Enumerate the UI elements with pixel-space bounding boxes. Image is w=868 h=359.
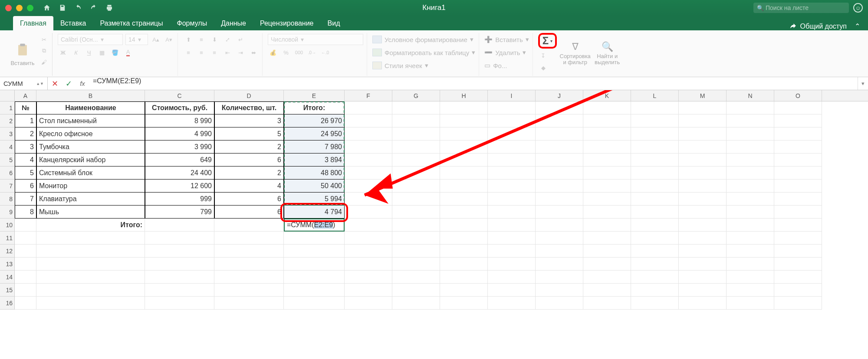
column-header[interactable]: H bbox=[440, 90, 488, 101]
cell[interactable] bbox=[214, 284, 284, 297]
increase-font-icon[interactable]: A▴ bbox=[151, 34, 161, 45]
cell[interactable]: 3 894 bbox=[284, 153, 345, 166]
cell[interactable]: Монитор bbox=[36, 180, 145, 193]
delete-cells-button[interactable]: ➖Удалить▾ bbox=[484, 46, 529, 59]
currency-icon[interactable]: 💰 bbox=[268, 47, 278, 58]
paste-button[interactable]: Вставить bbox=[9, 33, 36, 74]
cell[interactable] bbox=[392, 193, 440, 206]
cell[interactable] bbox=[631, 180, 679, 193]
insert-cells-button[interactable]: ➕Вставить▾ bbox=[484, 33, 529, 46]
cell[interactable] bbox=[631, 166, 679, 180]
row-header[interactable]: 14 bbox=[0, 271, 14, 284]
column-header[interactable]: E bbox=[284, 90, 345, 101]
cell[interactable] bbox=[145, 271, 214, 284]
increase-decimal-icon[interactable]: .0→ bbox=[307, 47, 317, 58]
cell[interactable] bbox=[631, 206, 679, 219]
format-cells-button[interactable]: ▭Фо... bbox=[484, 59, 529, 72]
cell[interactable] bbox=[774, 258, 822, 271]
cell[interactable] bbox=[488, 114, 536, 127]
cell[interactable] bbox=[392, 245, 440, 258]
row-header[interactable]: 16 bbox=[0, 297, 14, 310]
row-header[interactable]: 10 bbox=[0, 219, 14, 232]
autosum-button[interactable]: Σ ▾ bbox=[538, 33, 557, 49]
cell[interactable] bbox=[36, 232, 145, 245]
cell[interactable] bbox=[679, 101, 727, 114]
cell[interactable] bbox=[345, 284, 392, 297]
cell[interactable] bbox=[631, 101, 679, 114]
cell[interactable] bbox=[774, 232, 822, 245]
row-header[interactable]: 12 bbox=[0, 245, 14, 258]
row-header[interactable]: 6 bbox=[0, 166, 14, 180]
cell[interactable]: 26 970 bbox=[284, 114, 345, 127]
cell[interactable] bbox=[345, 206, 392, 219]
cell[interactable] bbox=[488, 245, 536, 258]
cell[interactable] bbox=[488, 153, 536, 166]
cell[interactable] bbox=[774, 166, 822, 180]
cell[interactable] bbox=[440, 219, 488, 232]
decrease-font-icon[interactable]: A▾ bbox=[164, 34, 174, 45]
font-color-icon[interactable]: A bbox=[123, 47, 133, 58]
cell[interactable] bbox=[345, 166, 392, 180]
cell[interactable]: =СУММ(E2:E9) bbox=[284, 219, 345, 232]
cell[interactable] bbox=[774, 271, 822, 284]
row-header[interactable]: 15 bbox=[0, 284, 14, 297]
row-header[interactable]: 9 bbox=[0, 206, 14, 219]
cell[interactable]: Количество, шт. bbox=[214, 101, 284, 114]
cell[interactable] bbox=[536, 166, 583, 180]
cell[interactable] bbox=[536, 101, 583, 114]
cell[interactable] bbox=[727, 271, 774, 284]
align-right-icon[interactable]: ≡ bbox=[209, 47, 220, 58]
feedback-icon[interactable]: ☺ bbox=[853, 3, 863, 13]
decrease-indent-icon[interactable]: ⇤ bbox=[222, 47, 233, 58]
cell[interactable] bbox=[631, 271, 679, 284]
cell[interactable] bbox=[774, 219, 822, 232]
sheet-search[interactable]: 🔍 bbox=[753, 3, 849, 13]
cells-area[interactable]: №НаименованиеСтоимость, руб.Количество, … bbox=[15, 101, 822, 310]
cell[interactable]: 6 bbox=[15, 180, 36, 193]
cell[interactable]: 1 bbox=[15, 114, 36, 127]
cell[interactable] bbox=[536, 284, 583, 297]
cell[interactable] bbox=[440, 232, 488, 245]
cell[interactable]: 5 bbox=[15, 166, 36, 180]
align-top-icon[interactable]: ⬆ bbox=[183, 34, 194, 45]
cell[interactable] bbox=[727, 140, 774, 153]
cell[interactable] bbox=[488, 193, 536, 206]
cell[interactable]: Стол письменный bbox=[36, 114, 145, 127]
cell[interactable] bbox=[440, 245, 488, 258]
cut-icon[interactable]: ✂ bbox=[39, 35, 49, 44]
cell[interactable] bbox=[440, 258, 488, 271]
cell[interactable] bbox=[727, 219, 774, 232]
cell[interactable] bbox=[727, 206, 774, 219]
cell[interactable] bbox=[36, 271, 145, 284]
cell[interactable] bbox=[345, 153, 392, 166]
cell[interactable] bbox=[345, 101, 392, 114]
borders-icon[interactable]: ▦ bbox=[97, 47, 107, 58]
cell[interactable] bbox=[36, 297, 145, 310]
align-left-icon[interactable]: ≡ bbox=[183, 47, 194, 58]
cell[interactable] bbox=[284, 258, 345, 271]
cell[interactable] bbox=[774, 127, 822, 140]
conditional-formatting-button[interactable]: Условное форматирование▾ bbox=[372, 33, 475, 46]
merge-icon[interactable]: ⬌ bbox=[248, 47, 259, 58]
cell[interactable] bbox=[392, 297, 440, 310]
cell[interactable] bbox=[536, 153, 583, 166]
cell[interactable] bbox=[536, 271, 583, 284]
cell[interactable] bbox=[15, 297, 36, 310]
redo-icon[interactable] bbox=[89, 3, 99, 13]
cell[interactable] bbox=[679, 206, 727, 219]
cell[interactable]: 5 bbox=[214, 127, 284, 140]
share-button[interactable]: Общий доступ bbox=[800, 23, 847, 30]
cell[interactable] bbox=[774, 206, 822, 219]
cell[interactable] bbox=[36, 284, 145, 297]
cell[interactable] bbox=[774, 245, 822, 258]
cell[interactable] bbox=[727, 232, 774, 245]
cell[interactable] bbox=[679, 166, 727, 180]
cell[interactable] bbox=[345, 245, 392, 258]
cell[interactable] bbox=[679, 258, 727, 271]
number-format-combo[interactable]: Числовой▾ bbox=[268, 34, 363, 45]
cell[interactable] bbox=[392, 219, 440, 232]
tab-review[interactable]: Рецензирование bbox=[253, 16, 321, 30]
tab-formulas[interactable]: Формулы bbox=[170, 16, 214, 30]
cell[interactable] bbox=[392, 206, 440, 219]
cell[interactable]: 6 bbox=[214, 193, 284, 206]
